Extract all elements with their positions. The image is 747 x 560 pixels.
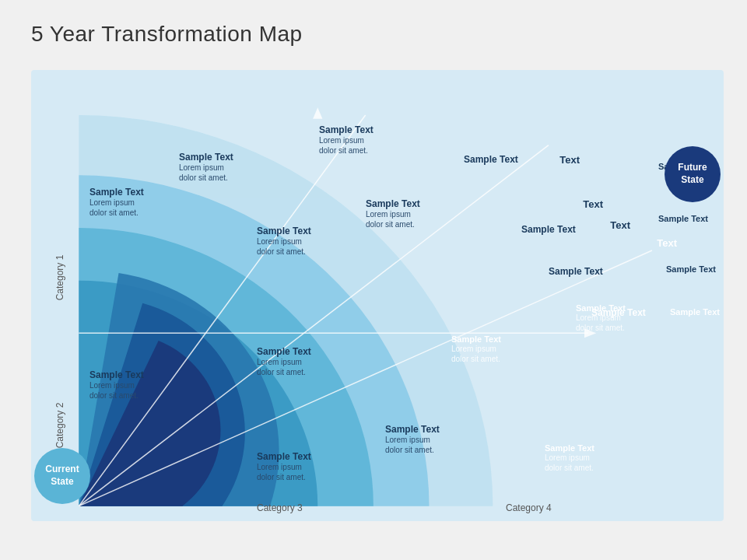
right-stub-3: Sample Text [666,264,716,274]
category-label-4: Category 4 [506,502,552,513]
arc-sample-1: Sample Text [521,224,576,235]
text-block-12: Sample Text Lorem ipsumdolor sit amet. [545,443,594,473]
right-label-1: Text [559,154,580,166]
diagram-svg [31,70,724,521]
category-label-3: Category 3 [257,502,303,513]
right-stub-4: Sample Text [670,307,720,317]
category-label-2: Category 2 [54,403,65,449]
text-block-10: Sample Text Lorem ipsumdolor sit amet. [451,334,501,364]
text-block-1: Sample Text Lorem ipsumdolor sit amet. [89,187,144,218]
arc-sample-2: Sample Text [549,266,603,277]
text-block-5: Sample Text Lorem ipsumdolor sit amet. [366,198,420,229]
arc-sample-3: Sample Text [591,307,646,318]
page-title: 5 Year Transformation Map [31,22,303,47]
right-stub-2: Sample Text [658,214,708,223]
cat1-arc-label: Sample Text [464,154,518,165]
page: 5 Year Transformation Map [0,0,747,560]
text-block-6: Sample Text Lorem ipsumdolor sit amet. [89,369,144,401]
svg-marker-5 [313,107,322,119]
text-block-2: Sample Text Lorem ipsumdolor sit amet. [179,152,233,183]
diagram-area: Category 1 Category 2 Category 3 Categor… [31,70,724,521]
right-label-2: Text [583,198,603,210]
text-block-8: Sample Text Lorem ipsumdolor sit amet. [385,424,440,455]
text-block-7: Sample Text Lorem ipsumdolor sit amet. [257,346,311,377]
future-state-badge: FutureState [665,146,721,202]
right-label-3: Text [610,219,630,231]
text-block-9: Sample Text Lorem ipsumdolor sit amet. [257,451,311,482]
current-state-badge: CurrentState [34,448,90,504]
text-block-4: Sample Text Lorem ipsumdolor sit amet. [257,226,311,257]
category-label-1: Category 1 [54,255,65,301]
right-label-4: Text [657,237,677,249]
text-block-3: Sample Text Lorem ipsumdolor sit amet. [319,124,374,156]
